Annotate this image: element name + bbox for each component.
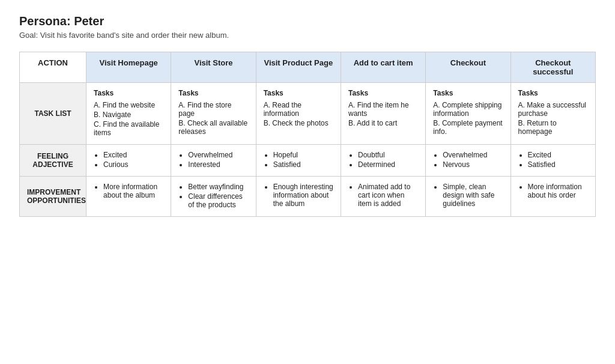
table-row: IMPROVEMENT OPPORTUNITIESMore informatio… bbox=[20, 177, 596, 217]
cell-0-3: TasksA. Find the item he wantsB. Add it … bbox=[341, 83, 425, 145]
bullet-list: More information about the album bbox=[94, 183, 163, 199]
task-item: B. Navigate bbox=[94, 111, 163, 119]
list-item: Curious bbox=[103, 160, 163, 169]
list-item: Clear differences of the products bbox=[188, 192, 248, 209]
list-item: Interested bbox=[188, 160, 248, 169]
bullet-list: DoubtfulDetermined bbox=[348, 151, 418, 169]
list-item: More information about his order bbox=[528, 183, 588, 199]
tasks-label: Tasks bbox=[178, 89, 248, 97]
cell-0-4: TasksA. Complete shipping informationB. … bbox=[426, 83, 510, 145]
task-item: B. Add it to cart bbox=[348, 119, 418, 127]
cell-2-1: Better wayfindingClear differences of th… bbox=[171, 177, 256, 217]
bullet-list: OverwhelmedInterested bbox=[178, 151, 248, 169]
bullet-list: OverwhelmedNervous bbox=[433, 151, 503, 169]
bullet-list: Animated add to cart icon when item is a… bbox=[348, 183, 418, 208]
cell-2-3: Animated add to cart icon when item is a… bbox=[341, 177, 425, 217]
col-header-visit-store: Visit Store bbox=[171, 52, 256, 83]
row-label-2: IMPROVEMENT OPPORTUNITIES bbox=[20, 177, 86, 217]
table-row: TASK LISTTasksA. Find the websiteB. Navi… bbox=[20, 83, 596, 145]
task-item: A. Complete shipping information bbox=[433, 101, 503, 118]
task-item: A. Read the information bbox=[264, 101, 333, 118]
bullet-list: ExcitedCurious bbox=[94, 151, 163, 169]
list-item: Enough interesting information about the… bbox=[273, 183, 333, 208]
tasks-label: Tasks bbox=[94, 89, 163, 97]
cell-1-3: DoubtfulDetermined bbox=[341, 145, 425, 177]
bullet-list: More information about his order bbox=[518, 183, 588, 199]
table-header-row: ACTION Visit Homepage Visit Store Visit … bbox=[20, 52, 596, 83]
tasks-label: Tasks bbox=[264, 89, 333, 97]
task-item: A. Find the store page bbox=[178, 101, 248, 118]
bullet-list: HopefulSatisfied bbox=[264, 151, 333, 169]
col-header-visit-homepage: Visit Homepage bbox=[86, 52, 171, 83]
task-item: A. Find the item he wants bbox=[348, 101, 418, 118]
cell-0-5: TasksA. Make a successful purchaseB. Ret… bbox=[510, 83, 595, 145]
list-item: Simple, clean design with safe guideline… bbox=[443, 183, 503, 208]
col-header-checkout-successful: Checkout successful bbox=[510, 52, 595, 83]
task-item: C. Find the available items bbox=[94, 120, 163, 137]
cell-1-5: ExcitedSatisfied bbox=[510, 145, 595, 177]
cell-0-0: TasksA. Find the websiteB. NavigateC. Fi… bbox=[86, 83, 171, 145]
task-item: B. Return to homepage bbox=[518, 119, 588, 136]
list-item: Doubtful bbox=[358, 151, 418, 159]
task-item: A. Make a successful purchase bbox=[518, 101, 588, 118]
list-item: Animated add to cart icon when item is a… bbox=[358, 183, 418, 208]
row-label-1: FEELING ADJECTIVE bbox=[20, 145, 86, 177]
task-item: B. Check all available releases bbox=[178, 119, 248, 136]
row-label-0: TASK LIST bbox=[20, 83, 86, 145]
list-item: Better wayfinding bbox=[188, 183, 248, 191]
list-item: Excited bbox=[103, 151, 163, 159]
list-item: Nervous bbox=[443, 160, 503, 169]
list-item: Overwhelmed bbox=[443, 151, 503, 159]
cell-1-1: OverwhelmedInterested bbox=[171, 145, 256, 177]
cell-0-2: TasksA. Read the informationB. Check the… bbox=[256, 83, 341, 145]
bullet-list: ExcitedSatisfied bbox=[518, 151, 588, 169]
task-item: B. Complete payment info. bbox=[433, 119, 503, 136]
cell-1-4: OverwhelmedNervous bbox=[426, 145, 510, 177]
list-item: Hopeful bbox=[273, 151, 333, 159]
task-item: A. Find the website bbox=[94, 101, 163, 109]
cell-2-4: Simple, clean design with safe guideline… bbox=[426, 177, 510, 217]
cell-2-0: More information about the album bbox=[86, 177, 171, 217]
list-item: Excited bbox=[528, 151, 588, 159]
bullet-list: Enough interesting information about the… bbox=[264, 183, 333, 208]
col-header-action: ACTION bbox=[20, 52, 86, 83]
table-row: FEELING ADJECTIVEExcitedCuriousOverwhelm… bbox=[20, 145, 596, 177]
col-header-visit-product-page: Visit Product Page bbox=[256, 52, 341, 83]
tasks-label: Tasks bbox=[348, 89, 418, 97]
task-item: B. Check the photos bbox=[264, 119, 333, 127]
cell-0-1: TasksA. Find the store pageB. Check all … bbox=[171, 83, 256, 145]
list-item: Overwhelmed bbox=[188, 151, 248, 159]
cell-1-2: HopefulSatisfied bbox=[256, 145, 341, 177]
list-item: Determined bbox=[358, 160, 418, 169]
tasks-label: Tasks bbox=[433, 89, 503, 97]
col-header-checkout: Checkout bbox=[426, 52, 510, 83]
list-item: More information about the album bbox=[103, 183, 163, 199]
page-title: Persona: Peter bbox=[19, 14, 596, 28]
cell-2-5: More information about his order bbox=[510, 177, 595, 217]
list-item: Satisfied bbox=[528, 160, 588, 169]
tasks-label: Tasks bbox=[518, 89, 588, 97]
page-goal: Goal: Visit his favorite band's site and… bbox=[19, 31, 596, 40]
col-header-add-to-cart: Add to cart item bbox=[341, 52, 425, 83]
cell-2-2: Enough interesting information about the… bbox=[256, 177, 341, 217]
cell-1-0: ExcitedCurious bbox=[86, 145, 171, 177]
bullet-list: Simple, clean design with safe guideline… bbox=[433, 183, 503, 208]
journey-map-table: ACTION Visit Homepage Visit Store Visit … bbox=[19, 52, 596, 217]
list-item: Satisfied bbox=[273, 160, 333, 169]
bullet-list: Better wayfindingClear differences of th… bbox=[178, 183, 248, 209]
